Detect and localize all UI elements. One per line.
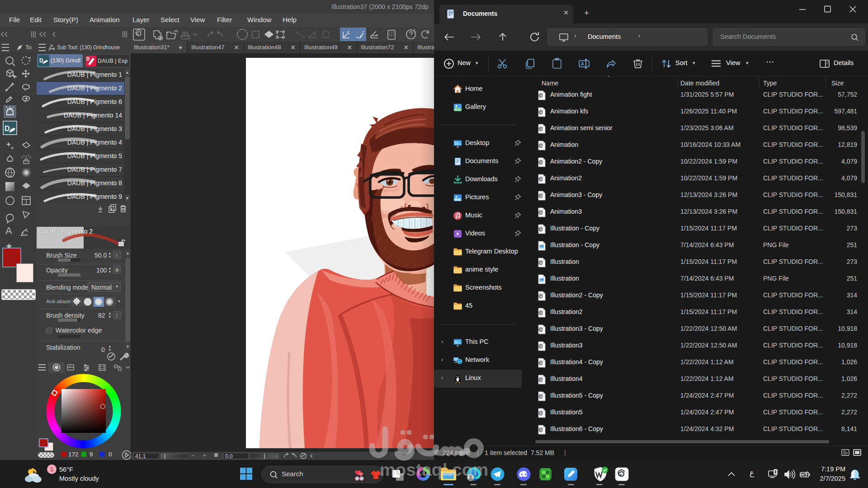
- svg-text:D: D: [86, 56, 90, 61]
- svg-text:D: D: [39, 57, 43, 64]
- svg-text:A: A: [581, 61, 585, 66]
- svg-text:D: D: [5, 125, 10, 132]
- svg-text:A: A: [5, 225, 12, 236]
